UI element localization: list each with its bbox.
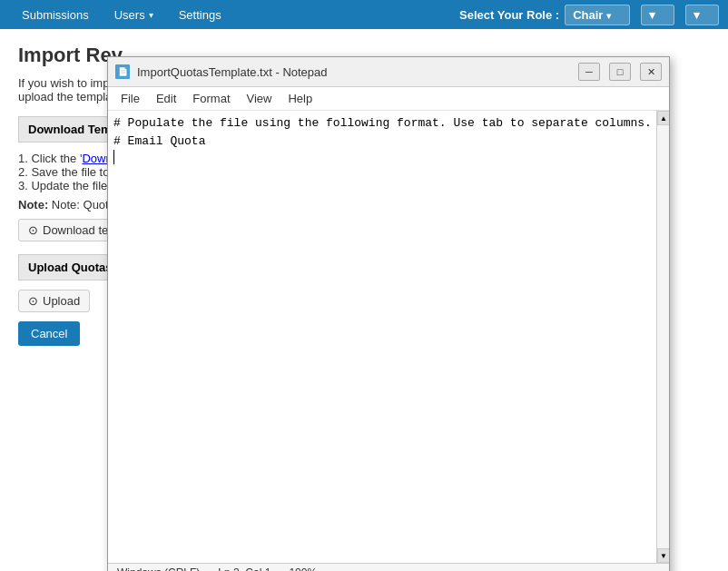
role-label: Select Your Role : xyxy=(459,8,559,22)
scrollbar-up-button[interactable]: ▲ xyxy=(657,111,669,125)
text-line-3 xyxy=(108,150,656,164)
submissions-label: Submissions xyxy=(22,8,89,22)
notepad-text-area[interactable]: # Populate the file using the following … xyxy=(108,111,656,563)
notepad-app-icon: 📄 xyxy=(115,64,130,79)
upload-button[interactable]: ⊙ Upload xyxy=(18,290,90,312)
download-icon: ⊙ xyxy=(28,223,38,237)
restore-button[interactable]: □ xyxy=(609,63,631,81)
users-label: Users xyxy=(114,8,145,22)
nav-settings[interactable]: Settings xyxy=(166,3,234,27)
users-chevron-icon: ▾ xyxy=(149,10,153,20)
notepad-content-area: # Populate the file using the following … xyxy=(108,111,669,563)
role-selector: Select Your Role : Chair ▾ ▾ ▾ xyxy=(459,5,719,25)
menu-file[interactable]: File xyxy=(113,89,147,108)
status-encoding: Windows (CRLF) xyxy=(117,566,200,571)
nav-dropdown-1-value: ▾ xyxy=(649,8,655,22)
nav-users[interactable]: Users ▾ xyxy=(102,3,166,27)
role-chevron-icon: ▾ xyxy=(606,11,611,21)
menu-view[interactable]: View xyxy=(240,89,280,108)
text-line-2: # Email Quota xyxy=(108,133,656,151)
text-cursor xyxy=(113,150,114,164)
status-position: Ln 3, Col 1 xyxy=(218,566,271,571)
status-zoom: 100% xyxy=(289,566,317,571)
scrollbar-track xyxy=(657,125,669,548)
notepad-title: ImportQuotasTemplate.txt - Notepad xyxy=(137,65,569,79)
role-dropdown[interactable]: Chair ▾ xyxy=(565,5,630,25)
top-navigation: Submissions Users ▾ Settings Select Your… xyxy=(0,0,728,29)
scrollbar[interactable]: ▲ ▼ xyxy=(656,111,669,563)
nav-dropdown-2[interactable]: ▾ xyxy=(685,5,719,25)
notepad-statusbar: Windows (CRLF) Ln 3, Col 1 100% ⋱ xyxy=(108,563,669,571)
minimize-button[interactable]: ─ xyxy=(578,63,600,81)
nav-submissions[interactable]: Submissions xyxy=(9,3,102,27)
minimize-icon: ─ xyxy=(585,66,593,77)
role-value: Chair xyxy=(573,8,603,22)
nav-dropdown-2-value: ▾ xyxy=(694,8,700,22)
upload-icon: ⊙ xyxy=(28,294,38,308)
main-content: Import Rev If you wish to import upload … xyxy=(0,29,728,571)
text-line-1: # Populate the file using the following … xyxy=(108,114,656,133)
cancel-button[interactable]: Cancel xyxy=(18,321,80,346)
restore-icon: □ xyxy=(617,66,624,77)
menu-edit[interactable]: Edit xyxy=(149,89,183,108)
close-icon: ✕ xyxy=(647,66,655,78)
notepad-window: 📄 ImportQuotasTemplate.txt - Notepad ─ □… xyxy=(107,56,670,571)
close-button[interactable]: ✕ xyxy=(640,63,662,81)
menu-format[interactable]: Format xyxy=(185,89,237,108)
upload-btn-label: Upload xyxy=(43,294,80,308)
scrollbar-down-button[interactable]: ▼ xyxy=(657,548,669,563)
nav-dropdown-1[interactable]: ▾ xyxy=(641,5,674,25)
settings-label: Settings xyxy=(179,8,221,22)
notepad-titlebar: 📄 ImportQuotasTemplate.txt - Notepad ─ □… xyxy=(108,57,669,87)
menu-help[interactable]: Help xyxy=(280,89,320,108)
notepad-menubar: File Edit Format View Help xyxy=(108,87,669,111)
